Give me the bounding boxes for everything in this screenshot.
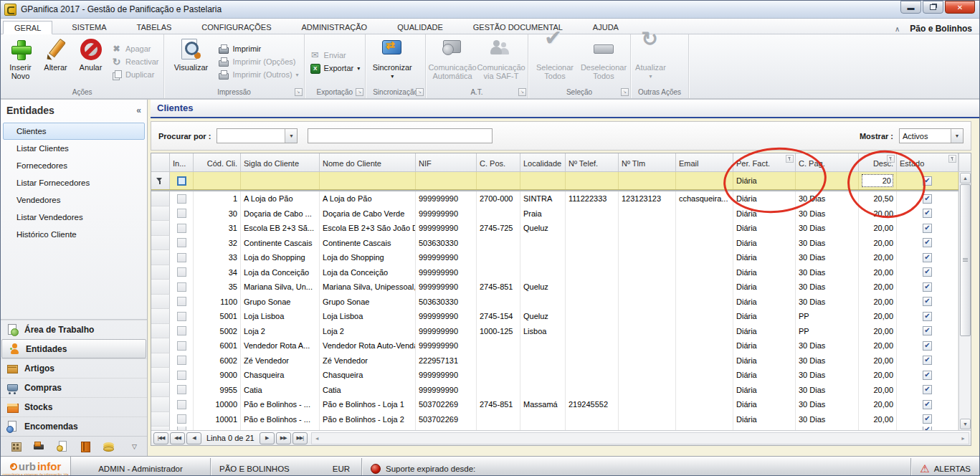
cell-desc[interactable]: 20,00 (859, 383, 897, 398)
cell-desc[interactable]: 20,50 (859, 191, 897, 206)
include-checkbox[interactable] (177, 194, 186, 204)
cell-perfact[interactable]: Diária (733, 221, 796, 236)
dialog-launcher-icon[interactable]: ↘ (295, 88, 303, 96)
cell-loc[interactable] (520, 368, 566, 383)
sidebar-module-rea-de-trabalho[interactable]: Área de Trabalho (1, 320, 147, 339)
include-checkbox[interactable] (177, 385, 186, 394)
table-row[interactable]: 31Escola EB 2+3 Sã...Escola EB 2+3 São J… (151, 221, 958, 236)
tab-tabelas[interactable]: TABELAS (126, 21, 183, 34)
cell-nome[interactable]: Grupo Sonae (320, 295, 416, 310)
estado-checkbox[interactable] (923, 371, 932, 380)
search-input[interactable] (308, 128, 493, 143)
cell-cod[interactable]: 9000 (194, 368, 241, 383)
estado-checkbox[interactable] (923, 400, 932, 409)
include-checkbox-cell[interactable] (170, 324, 194, 339)
cell-sigla[interactable]: Chasqueira (241, 368, 320, 383)
include-checkbox[interactable] (177, 371, 186, 380)
cell-nome[interactable]: Loja do Shopping (320, 250, 416, 265)
cell-email[interactable] (676, 265, 733, 280)
table-row[interactable]: 5001Loja LisboaLoja Lisboa9999999902745-… (151, 309, 958, 324)
cell-perfact[interactable]: Diária (733, 280, 796, 295)
filter-cell-cpos[interactable] (477, 172, 520, 189)
cell-desc[interactable]: 20,00 (859, 206, 897, 222)
cell-cod[interactable]: 10001 (194, 412, 241, 427)
include-checkbox[interactable] (177, 312, 186, 321)
cell-nome[interactable]: Escola EB 2+3 São João Deus (320, 221, 416, 236)
sidebar-item-vendedores[interactable]: Vendedores (3, 191, 145, 209)
include-checkbox[interactable] (177, 176, 186, 186)
cell-email[interactable] (676, 397, 733, 412)
estado-checkbox[interactable] (923, 282, 932, 292)
row-indicator[interactable] (151, 309, 170, 324)
column-header-cpag[interactable]: C. Pag. (796, 153, 859, 171)
tab-geral[interactable]: GERAL (3, 21, 52, 34)
cell-telef[interactable] (566, 236, 619, 251)
cell-tlm[interactable] (619, 309, 676, 324)
horizontal-scrollbar[interactable]: ◄ ► (311, 432, 969, 444)
vertical-scroll-thumb[interactable] (960, 184, 971, 336)
cell-cpag[interactable]: 30 Dias (796, 206, 859, 222)
cell-cod[interactable]: 10000 (194, 397, 241, 412)
cell-nif[interactable]: 999999990 (416, 250, 477, 265)
cell-tlm[interactable] (619, 221, 676, 236)
filter-cell-incl[interactable] (170, 172, 194, 189)
scroll-down-icon[interactable]: ▼ (960, 419, 971, 429)
cell-nif[interactable]: 999999990 (416, 338, 477, 353)
cell-loc[interactable] (520, 353, 566, 368)
column-header-telef[interactable]: Nº Telef. (566, 153, 619, 171)
cell-loc[interactable] (520, 250, 566, 265)
cell-cpos[interactable] (477, 412, 520, 427)
cell-sigla[interactable]: Escola EB 2+3 Sã... (241, 221, 320, 236)
cell-cpag[interactable]: 30 Dias (796, 221, 859, 236)
cell-cpag[interactable]: 30 Dias (796, 191, 859, 206)
cell-cpos[interactable]: 1000-125 (477, 324, 520, 339)
cell-cod[interactable]: 6002 (194, 353, 241, 368)
cell-nome[interactable]: A Loja do Pão (320, 191, 416, 206)
cell-telef[interactable] (566, 295, 619, 310)
cell-tlm[interactable] (619, 383, 676, 398)
cell-cpos[interactable]: 2745-851 (477, 280, 520, 295)
cell-nif[interactable]: 999999990 (416, 206, 477, 222)
cell-tlm[interactable] (619, 397, 676, 412)
estado-checkbox[interactable] (923, 297, 932, 306)
estado-checkbox[interactable] (923, 194, 932, 204)
cell-email[interactable] (676, 236, 733, 251)
column-header-incl[interactable]: In... (170, 153, 194, 171)
deselecionar-todos-button[interactable]: Deselecionar Todos (579, 36, 628, 87)
comunicacao-saft-button[interactable]: Comunicação via SAF-T (477, 36, 525, 87)
cell-cpos[interactable] (477, 368, 520, 383)
cell-loc[interactable] (520, 265, 566, 280)
cell-desc[interactable]: 20,00 (859, 309, 897, 324)
cell-email[interactable] (676, 412, 733, 427)
cell-desc[interactable]: 20,00 (859, 338, 897, 353)
scroll-left-icon[interactable]: ◄ (312, 433, 323, 444)
cell-loc[interactable] (520, 412, 566, 427)
cell-cpos[interactable]: 2745-154 (477, 309, 520, 324)
estado-checkbox[interactable] (923, 341, 932, 351)
cell-cod[interactable]: 34 (194, 265, 241, 280)
cell-nome[interactable]: Pão e Bolinhos - Loja 2 (320, 412, 416, 427)
cell-nome[interactable]: Loja da Conceição (320, 265, 416, 280)
production-icon[interactable] (11, 441, 22, 452)
include-checkbox-cell[interactable] (170, 368, 194, 383)
row-indicator[interactable] (151, 324, 170, 339)
cell-cpag[interactable]: 30 Dias (796, 295, 859, 310)
sidebar-module-artigos[interactable]: Artigos (1, 358, 147, 378)
treasury-icon[interactable] (103, 441, 114, 452)
pager-first-button[interactable]: |◀◀ (153, 432, 168, 444)
estado-checkbox-cell[interactable] (897, 221, 958, 236)
table-row[interactable]: 33Loja do ShoppingLoja do Shopping999999… (151, 250, 958, 265)
table-row[interactable]: 5002Loja 2Loja 29999999901000-125LisboaD… (151, 324, 958, 339)
cell-desc[interactable]: 20,00 (859, 236, 897, 251)
filter-cell-sigla[interactable] (241, 172, 320, 189)
sidebar-collapse-icon[interactable]: « (136, 105, 141, 115)
cell-cod[interactable]: 33 (194, 250, 241, 265)
cell-sigla[interactable]: Grupo Sonae (241, 295, 320, 310)
estado-checkbox[interactable] (923, 176, 932, 186)
cell-loc[interactable] (520, 236, 566, 251)
estado-checkbox-cell[interactable] (897, 250, 958, 265)
cell-email[interactable] (676, 383, 733, 398)
cell-cod[interactable]: 1 (194, 191, 241, 206)
selecionar-todos-button[interactable]: Selecionar Todos (531, 36, 579, 87)
cell-loc[interactable]: SINTRA (520, 191, 566, 206)
